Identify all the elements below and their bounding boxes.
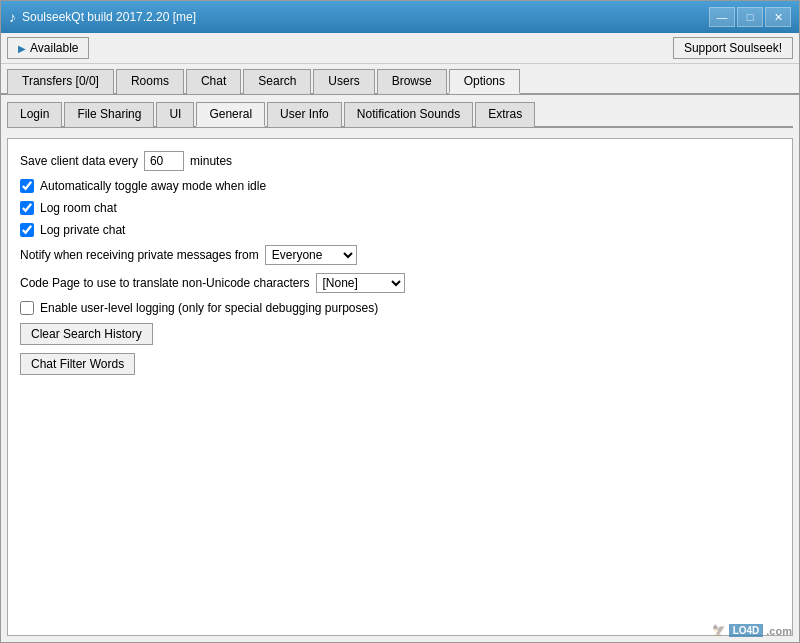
title-bar: ♪ SoulseekQt build 2017.2.20 [me] — □ ✕ <box>1 1 799 33</box>
subtab-ui[interactable]: UI <box>156 102 194 127</box>
user-logging-checkbox[interactable] <box>20 301 34 315</box>
log-private-chat-row: Log private chat <box>20 223 780 237</box>
tab-transfers[interactable]: Transfers [0/0] <box>7 69 114 94</box>
settings-panel: Save client data every minutes Automatic… <box>7 138 793 636</box>
top-bar: ▶ Available Support Soulseek! <box>1 33 799 64</box>
window-title: SoulseekQt build 2017.2.20 [me] <box>22 10 196 24</box>
code-page-dropdown[interactable]: [None] UTF-8 ISO-8859-1 <box>316 273 405 293</box>
available-label: Available <box>30 41 78 55</box>
title-bar-left: ♪ SoulseekQt build 2017.2.20 [me] <box>9 9 196 25</box>
window-controls: — □ ✕ <box>709 7 791 27</box>
clear-search-history-row: Clear Search History <box>20 323 780 345</box>
tab-rooms[interactable]: Rooms <box>116 69 184 94</box>
auto-toggle-label[interactable]: Automatically toggle away mode when idle <box>40 179 266 193</box>
available-button[interactable]: ▶ Available <box>7 37 89 59</box>
watermark-suffix: .com <box>766 625 792 637</box>
subtab-login[interactable]: Login <box>7 102 62 127</box>
app-window: ♪ SoulseekQt build 2017.2.20 [me] — □ ✕ … <box>0 0 800 643</box>
save-client-data-spinbox[interactable] <box>144 151 184 171</box>
save-client-data-row: Save client data every minutes <box>20 151 780 171</box>
tab-search[interactable]: Search <box>243 69 311 94</box>
close-button[interactable]: ✕ <box>765 7 791 27</box>
subtab-general[interactable]: General <box>196 102 265 127</box>
lo4d-logo: LO4D <box>729 624 764 637</box>
support-button[interactable]: Support Soulseek! <box>673 37 793 59</box>
user-logging-row: Enable user-level logging (only for spec… <box>20 301 780 315</box>
sub-tabs: Login File Sharing UI General User Info … <box>7 101 793 128</box>
log-room-chat-label[interactable]: Log room chat <box>40 201 117 215</box>
code-page-row: Code Page to use to translate non-Unicod… <box>20 273 780 293</box>
tab-browse[interactable]: Browse <box>377 69 447 94</box>
minimize-button[interactable]: — <box>709 7 735 27</box>
save-client-data-prefix: Save client data every <box>20 154 138 168</box>
tab-chat[interactable]: Chat <box>186 69 241 94</box>
auto-toggle-checkbox[interactable] <box>20 179 34 193</box>
subtab-file-sharing[interactable]: File Sharing <box>64 102 154 127</box>
log-room-chat-checkbox[interactable] <box>20 201 34 215</box>
notify-private-msg-row: Notify when receiving private messages f… <box>20 245 780 265</box>
subtab-extras[interactable]: Extras <box>475 102 535 127</box>
maximize-button[interactable]: □ <box>737 7 763 27</box>
chat-filter-words-button[interactable]: Chat Filter Words <box>20 353 135 375</box>
watermark-icon: 🦅 <box>712 624 726 637</box>
watermark: 🦅 LO4D .com <box>712 624 792 637</box>
auto-toggle-away-row: Automatically toggle away mode when idle <box>20 179 780 193</box>
notify-private-msg-prefix: Notify when receiving private messages f… <box>20 248 259 262</box>
subtab-user-info[interactable]: User Info <box>267 102 342 127</box>
nav-tabs: Transfers [0/0] Rooms Chat Search Users … <box>1 64 799 95</box>
chat-filter-words-row: Chat Filter Words <box>20 353 780 375</box>
content-area: Login File Sharing UI General User Info … <box>1 95 799 642</box>
user-logging-label[interactable]: Enable user-level logging (only for spec… <box>40 301 378 315</box>
tab-users[interactable]: Users <box>313 69 374 94</box>
tab-options[interactable]: Options <box>449 69 520 94</box>
available-arrow-icon: ▶ <box>18 43 26 54</box>
save-client-data-suffix: minutes <box>190 154 232 168</box>
log-room-chat-row: Log room chat <box>20 201 780 215</box>
notify-private-msg-dropdown[interactable]: Everyone Friends only Nobody <box>265 245 357 265</box>
log-private-chat-checkbox[interactable] <box>20 223 34 237</box>
subtab-notification-sounds[interactable]: Notification Sounds <box>344 102 473 127</box>
code-page-prefix: Code Page to use to translate non-Unicod… <box>20 276 310 290</box>
app-icon: ♪ <box>9 9 16 25</box>
log-private-chat-label[interactable]: Log private chat <box>40 223 125 237</box>
clear-search-history-button[interactable]: Clear Search History <box>20 323 153 345</box>
